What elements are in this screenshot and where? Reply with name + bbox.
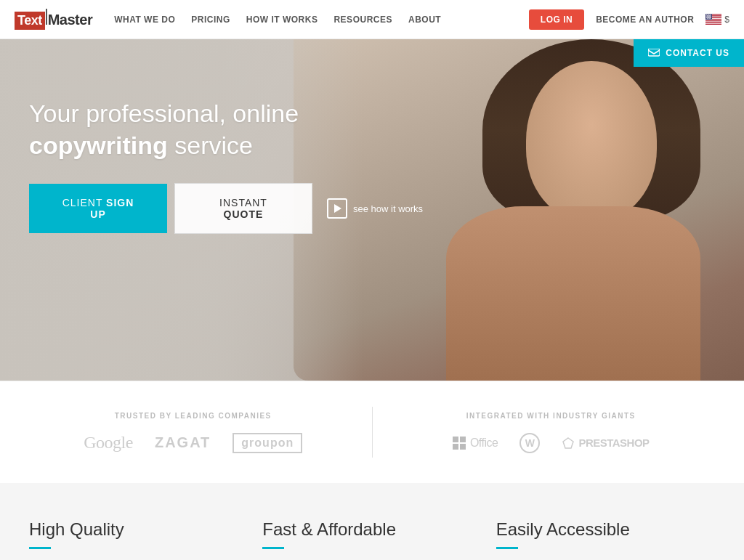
svg-marker-33 xyxy=(563,438,573,448)
currency-symbol: $ xyxy=(724,15,729,25)
svg-rect-32 xyxy=(648,49,660,56)
see-how-link[interactable]: see how it works xyxy=(327,198,423,219)
nav-what-we-do[interactable]: WHAT WE DO xyxy=(114,15,175,25)
feature-fast-affordable: Fast & Affordable A la carte pricing xyxy=(248,519,481,560)
trusted-logos-group: TRUSTED BY LEADING COMPANIES Google ZAGA… xyxy=(29,412,357,453)
hero-headline-part1: Your professional, online xyxy=(29,100,299,127)
groupon-logo: groupon xyxy=(232,433,302,453)
nav-links: WHAT WE DO PRICING HOW IT WORKS RESOURCE… xyxy=(114,15,529,25)
zagat-logo: ZAGAT xyxy=(155,434,211,451)
language-currency-selector[interactable]: $ xyxy=(705,14,729,25)
play-triangle xyxy=(334,204,341,213)
svg-rect-7 xyxy=(705,20,721,20)
logos-section: TRUSTED BY LEADING COMPANIES Google ZAGA… xyxy=(0,381,744,483)
svg-point-31 xyxy=(710,17,711,18)
svg-rect-10 xyxy=(705,23,721,23)
contact-us-button[interactable]: CONTACT US xyxy=(634,39,744,67)
nav-pricing[interactable]: PRICING xyxy=(191,15,230,25)
feature-title-accessible: Easily Accessible xyxy=(496,519,700,540)
nav-resources[interactable]: RESOURCES xyxy=(333,15,392,25)
integrated-label: INTEGRATED WITH INDUSTRY GIANTS xyxy=(466,412,636,420)
svg-point-22 xyxy=(710,15,711,16)
trusted-logos-list: Google ZAGAT groupon xyxy=(84,433,302,453)
svg-point-26 xyxy=(710,17,711,17)
hero-person-body xyxy=(446,206,700,381)
hero-headline-bold: copywriting xyxy=(29,131,168,159)
instant-quote-button[interactable]: INSTANT QUOTE xyxy=(174,183,312,234)
svg-point-28 xyxy=(707,17,708,18)
feature-underline-quality xyxy=(29,547,51,549)
integrated-logos-list: Office W PRESTASHOP xyxy=(453,433,650,453)
logo-text-master: Master xyxy=(48,12,92,28)
prestashop-icon xyxy=(562,437,575,450)
hero-headline: Your professional, online copywriting se… xyxy=(29,97,363,161)
svg-point-17 xyxy=(710,15,711,15)
integrated-logos-group: INTEGRATED WITH INDUSTRY GIANTS Office W… xyxy=(387,412,716,453)
svg-point-27 xyxy=(711,17,711,17)
trusted-label: TRUSTED BY LEADING COMPANIES xyxy=(115,412,272,420)
svg-point-18 xyxy=(711,15,711,15)
svg-rect-11 xyxy=(705,23,721,24)
svg-point-29 xyxy=(708,17,708,18)
svg-rect-9 xyxy=(705,21,721,22)
play-icon xyxy=(327,198,347,219)
feature-title-quality: High Quality xyxy=(29,519,233,540)
feature-high-quality: High Quality Qualified native speakers &… xyxy=(29,519,248,560)
logo-separator xyxy=(46,9,47,25)
svg-point-25 xyxy=(708,17,709,17)
google-logo: Google xyxy=(84,433,133,453)
wordpress-logo: W xyxy=(519,433,540,453)
svg-point-21 xyxy=(709,15,710,16)
office-icon xyxy=(453,437,466,450)
features-section: High Quality Qualified native speakers &… xyxy=(0,483,744,560)
logos-divider xyxy=(372,407,373,458)
instant-quote-normal: INSTANT xyxy=(219,197,267,208)
us-flag-icon xyxy=(705,14,721,25)
office-logo: Office xyxy=(453,437,498,450)
svg-point-19 xyxy=(707,15,708,16)
navbar: Text Master WHAT WE DO PRICING HOW IT WO… xyxy=(0,0,744,39)
nav-right: LOG IN BECOME AN AUTHOR xyxy=(529,9,729,30)
hero-person-face xyxy=(526,61,657,221)
login-button[interactable]: LOG IN xyxy=(529,9,584,30)
client-signup-button[interactable]: CLIENT SIGN UP xyxy=(29,184,167,233)
svg-point-23 xyxy=(706,17,707,17)
svg-point-30 xyxy=(709,17,710,18)
nav-how-it-works[interactable]: HOW IT WORKS xyxy=(246,15,318,25)
hero-content: Your professional, online copywriting se… xyxy=(29,97,363,234)
feature-underline-accessible xyxy=(496,547,518,549)
svg-rect-12 xyxy=(705,24,721,25)
svg-rect-8 xyxy=(705,20,721,21)
svg-point-14 xyxy=(706,15,707,15)
feature-accessible: Easily Accessible Order online 24/7 xyxy=(482,519,715,560)
hero-headline-part2: service xyxy=(168,131,253,159)
feature-underline-fast xyxy=(262,547,284,549)
svg-point-15 xyxy=(708,15,708,15)
see-how-label: see how it works xyxy=(353,203,423,214)
feature-title-fast: Fast & Affordable xyxy=(262,519,466,540)
chat-icon xyxy=(648,49,660,57)
logo-text-box: Text xyxy=(15,12,45,30)
hero-buttons: CLIENT SIGN UP INSTANT QUOTE see how it … xyxy=(29,183,363,234)
prestashop-logo: PRESTASHOP xyxy=(562,437,649,450)
instant-quote-bold: QUOTE xyxy=(224,208,264,220)
become-author-link[interactable]: BECOME AN AUTHOR xyxy=(596,15,694,25)
svg-point-16 xyxy=(708,15,709,15)
svg-point-24 xyxy=(708,17,708,17)
nav-about[interactable]: ABOUT xyxy=(408,15,441,25)
client-signup-normal: CLIENT xyxy=(62,197,106,208)
logo[interactable]: Text Master xyxy=(15,9,92,30)
hero-section: Your professional, online copywriting se… xyxy=(0,39,744,381)
svg-point-20 xyxy=(708,15,708,16)
